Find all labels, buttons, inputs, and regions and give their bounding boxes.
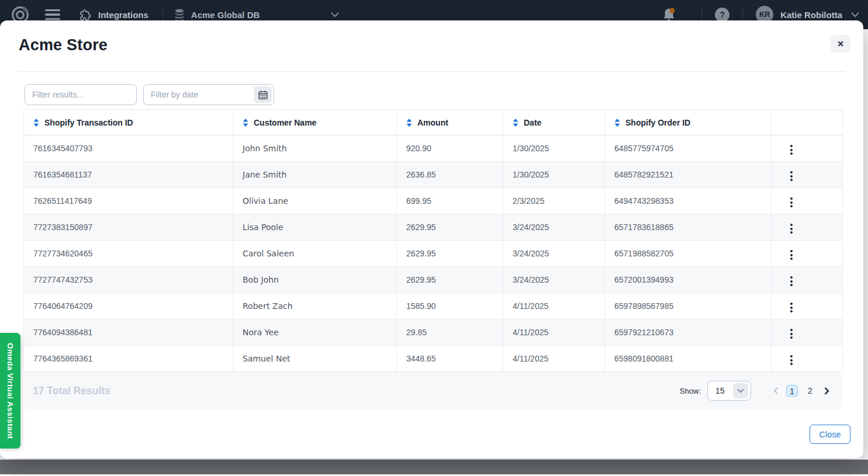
modal-divider bbox=[19, 71, 845, 72]
cell-transaction-id: 7727747432753 bbox=[24, 267, 233, 293]
cell-amount: 3448.65 bbox=[397, 346, 503, 372]
cell-date: 3/24/2025 bbox=[503, 267, 605, 293]
cell-customer-name: Carol Saleen bbox=[233, 241, 397, 267]
page-size-value: 15 bbox=[715, 386, 725, 395]
table-row: 7727383150897 Lisa Poole 2629.95 3/24/20… bbox=[24, 214, 843, 241]
cell-actions bbox=[772, 241, 843, 267]
cell-order-id: 6571783618865 bbox=[605, 214, 772, 241]
cell-customer-name: Nora Yee bbox=[233, 319, 397, 346]
table-row: 7764365869361 Samuel Net 3448.65 4/11/20… bbox=[24, 346, 843, 372]
row-actions-kebab-icon[interactable] bbox=[787, 169, 796, 183]
omeda-virtual-assistant-label: Omeda Virtual Assistant bbox=[6, 343, 15, 439]
column-header-amount[interactable]: Amount bbox=[397, 110, 503, 135]
pagination: 1 2 bbox=[772, 385, 831, 397]
cell-actions bbox=[772, 319, 843, 346]
row-actions-kebab-icon[interactable] bbox=[787, 300, 796, 315]
pagination-page-1[interactable]: 1 bbox=[786, 385, 798, 397]
cell-order-id: 6598091800881 bbox=[605, 346, 772, 372]
cell-date: 4/11/2025 bbox=[503, 293, 605, 319]
notification-dot bbox=[670, 8, 675, 13]
cell-date: 4/11/2025 bbox=[503, 319, 605, 346]
table-row: 7764094386481 Nora Yee 29.85 4/11/2025 6… bbox=[24, 319, 843, 346]
database-selector[interactable]: Acme Global DB bbox=[174, 9, 340, 21]
database-icon bbox=[174, 9, 185, 21]
cell-order-id: 6485782921521 bbox=[605, 162, 772, 188]
column-header-actions bbox=[772, 110, 843, 135]
row-actions-kebab-icon[interactable] bbox=[787, 326, 796, 341]
table-row: 7727747432753 Bob John 2629.95 3/24/2025… bbox=[24, 267, 843, 293]
column-header-date[interactable]: Date bbox=[503, 110, 605, 135]
row-actions-kebab-icon[interactable] bbox=[787, 353, 796, 367]
row-actions-kebab-icon[interactable] bbox=[787, 143, 796, 157]
cell-amount: 2629.95 bbox=[397, 267, 503, 293]
table-body: 7616345407793 John Smith 920.90 1/30/202… bbox=[24, 135, 843, 372]
omeda-virtual-assistant-tab[interactable]: Omeda Virtual Assistant bbox=[0, 333, 20, 449]
sort-icon bbox=[243, 119, 248, 127]
cell-customer-name: Samuel Net bbox=[233, 346, 397, 372]
cell-actions bbox=[772, 162, 843, 188]
acme-store-modal: Acme Store ✕ bbox=[0, 20, 863, 458]
total-results: 17 Total Results bbox=[33, 385, 110, 397]
cell-actions bbox=[772, 293, 843, 319]
modal-close-icon[interactable]: ✕ bbox=[831, 35, 850, 53]
pagination-prev-icon[interactable] bbox=[772, 385, 780, 396]
user-name: Katie Robilotta bbox=[780, 10, 842, 20]
cell-order-id: 6597921210673 bbox=[605, 319, 772, 346]
column-header-customer-name[interactable]: Customer Name bbox=[233, 110, 397, 135]
cell-order-id: 6571988582705 bbox=[605, 241, 772, 267]
table-row: 7727734620465 Carol Saleen 2629.95 3/24/… bbox=[24, 241, 843, 267]
row-actions-kebab-icon[interactable] bbox=[787, 248, 796, 262]
row-actions-kebab-icon[interactable] bbox=[787, 195, 796, 210]
cell-actions bbox=[772, 346, 843, 372]
cell-transaction-id: 7764365869361 bbox=[24, 346, 233, 372]
cell-date: 3/24/2025 bbox=[503, 241, 605, 267]
cell-amount: 29.85 bbox=[397, 319, 503, 346]
chevron-down-icon bbox=[330, 12, 340, 18]
cell-date: 3/24/2025 bbox=[503, 214, 605, 241]
pagination-page-2[interactable]: 2 bbox=[804, 385, 816, 397]
cell-order-id: 6572001394993 bbox=[605, 267, 772, 293]
cell-amount: 2629.95 bbox=[397, 214, 503, 241]
cell-actions bbox=[772, 214, 843, 241]
chevron-down-icon[interactable] bbox=[850, 12, 860, 18]
row-actions-kebab-icon[interactable] bbox=[787, 221, 796, 236]
cell-date: 1/30/2025 bbox=[503, 162, 605, 188]
column-header-shopify-transaction-id[interactable]: Shopify Transaction ID bbox=[24, 110, 233, 135]
sort-icon bbox=[33, 119, 39, 127]
close-button[interactable]: Close bbox=[810, 425, 850, 444]
menu-icon[interactable] bbox=[45, 9, 60, 20]
cell-amount: 699.95 bbox=[397, 188, 503, 214]
cell-transaction-id: 7727383150897 bbox=[24, 214, 233, 241]
cell-amount: 920.90 bbox=[397, 135, 503, 162]
filter-date-field bbox=[143, 84, 274, 105]
cell-transaction-id: 7764064764209 bbox=[24, 293, 233, 319]
database-selector-label: Acme Global DB bbox=[191, 10, 260, 20]
filters-bar bbox=[25, 84, 274, 105]
nav-integrations[interactable]: Integrations bbox=[79, 8, 148, 22]
table-row: 7616354681137 Jane Smith 2636.85 1/30/20… bbox=[24, 162, 843, 188]
calendar-icon[interactable] bbox=[254, 86, 272, 103]
table-header-row: Shopify Transaction ID Customer Name Amo… bbox=[24, 110, 843, 135]
cell-transaction-id: 7616354681137 bbox=[24, 162, 233, 188]
cell-date: 2/3/2025 bbox=[503, 188, 605, 214]
cell-transaction-id: 7727734620465 bbox=[24, 241, 233, 267]
table-row: 7626511417649 Olivia Lane 699.95 2/3/202… bbox=[24, 188, 843, 214]
cell-order-id: 6485775974705 bbox=[605, 135, 772, 162]
table-footer: 17 Total Results Show: 15 1 2 bbox=[23, 372, 842, 409]
help-icon[interactable]: ? bbox=[715, 8, 729, 22]
sort-icon bbox=[513, 119, 518, 127]
table-row: 7764064764209 Robert Zach 1585.90 4/11/2… bbox=[24, 293, 843, 319]
filter-results-input[interactable] bbox=[25, 84, 137, 105]
cell-customer-name: John Smith bbox=[233, 135, 397, 162]
cell-amount: 2636.85 bbox=[397, 162, 503, 188]
row-actions-kebab-icon[interactable] bbox=[787, 274, 796, 289]
pagination-next-icon[interactable] bbox=[822, 385, 831, 397]
column-header-shopify-order-id[interactable]: Shopify Order ID bbox=[605, 110, 772, 135]
cell-amount: 1585.90 bbox=[397, 293, 503, 319]
cell-actions bbox=[772, 135, 843, 162]
cell-actions bbox=[772, 267, 843, 293]
cell-transaction-id: 7626511417649 bbox=[24, 188, 233, 214]
page-size-select[interactable]: 15 bbox=[707, 381, 751, 401]
table-row: 7616345407793 John Smith 920.90 1/30/202… bbox=[24, 135, 843, 162]
nav-integrations-label: Integrations bbox=[98, 10, 148, 20]
